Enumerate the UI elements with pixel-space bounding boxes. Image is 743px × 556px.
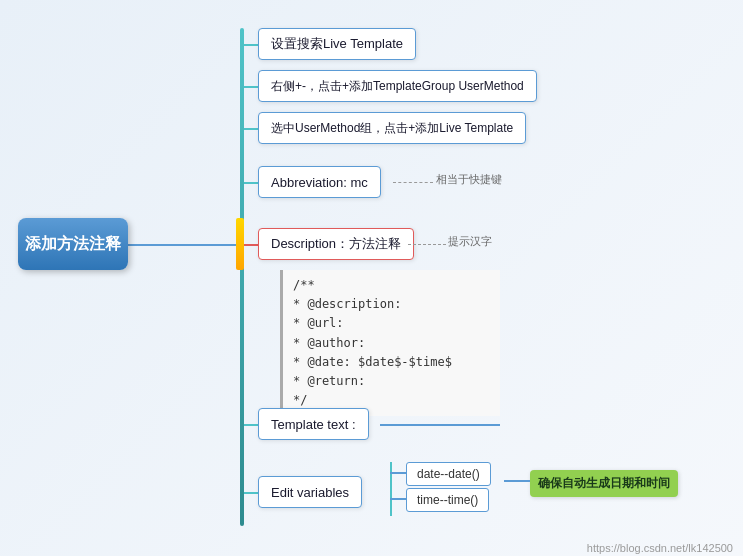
sub-v-connector	[390, 462, 392, 516]
dotted-2	[408, 244, 446, 245]
sub-h1	[390, 472, 406, 474]
mind-map-canvas: 添加方法注释 设置搜索Live Template 右侧+-，点击+添加Templ…	[0, 0, 743, 556]
branch-node-2: 右侧+-，点击+添加TemplateGroup UserMethod	[258, 70, 537, 102]
code-line-4: * @author:	[293, 334, 490, 353]
connector-b3	[244, 128, 258, 130]
branch-node-4: Abbreviation: mc	[258, 166, 381, 198]
branch-node-1: 设置搜索Live Template	[258, 28, 416, 60]
branch-node-3: 选中UserMethod组，点击+添加Live Template	[258, 112, 526, 144]
trunk-line	[240, 28, 244, 526]
sub-item-date: date--date()	[406, 462, 491, 486]
code-block: /** * @description: * @url: * @author: *…	[280, 270, 500, 416]
root-connector	[128, 244, 244, 246]
template-h-line	[380, 424, 500, 426]
watermark: https://blog.csdn.net/lk142500	[587, 542, 733, 554]
accent-bar	[236, 218, 244, 270]
sub-h2	[390, 498, 406, 500]
note-connector	[504, 480, 530, 482]
branch-node-6: Template text :	[258, 408, 369, 440]
branch-node-5: Description：方法注释	[258, 228, 414, 260]
note-green: 确保自动生成日期和时间	[530, 470, 678, 497]
connector-b6	[244, 424, 258, 426]
branch-node-7: Edit variables	[258, 476, 362, 508]
code-line-1: /**	[293, 276, 490, 295]
code-line-2: * @description:	[293, 295, 490, 314]
connector-b4	[244, 182, 258, 184]
dotted-1	[393, 182, 433, 183]
root-node: 添加方法注释	[18, 218, 128, 270]
root-label: 添加方法注释	[25, 234, 121, 255]
annotation-1: 相当于快捷键	[436, 172, 502, 187]
code-line-6: * @return:	[293, 372, 490, 391]
code-line-5: * @date: $date$-$time$	[293, 353, 490, 372]
connector-b7	[244, 492, 258, 494]
sub-item-time: time--time()	[406, 488, 489, 512]
connector-b1	[244, 44, 258, 46]
code-line-3: * @url:	[293, 314, 490, 333]
connector-b2	[244, 86, 258, 88]
annotation-2: 提示汉字	[448, 234, 492, 249]
